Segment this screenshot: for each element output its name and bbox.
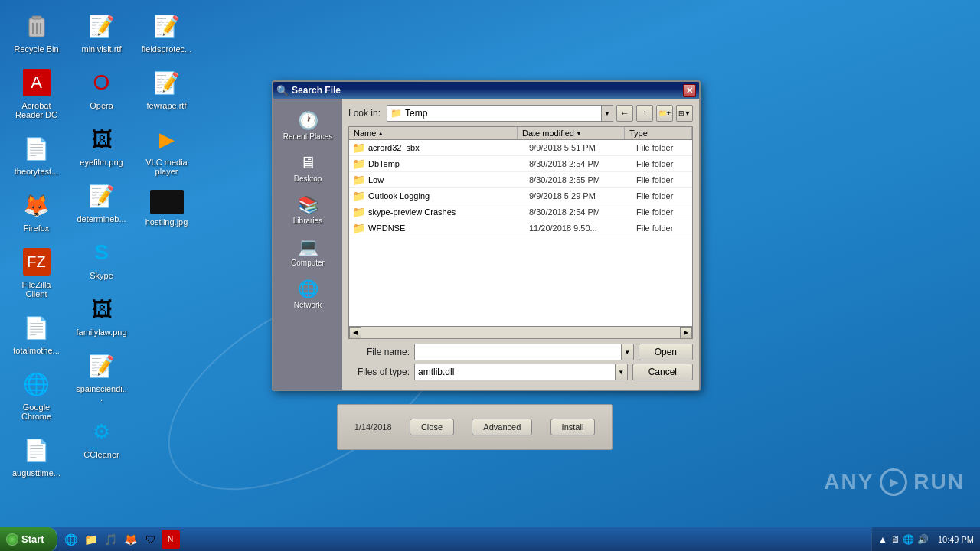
- filename-text-input[interactable]: [418, 347, 618, 357]
- desktop-icon-eyefilm[interactable]: 🖼 eyefilm.png: [73, 121, 130, 170]
- folder-icon: 📁: [352, 174, 365, 186]
- open-button[interactable]: Open: [639, 344, 693, 360]
- desktop-icon-firefox[interactable]: 🦊 Firefox: [8, 187, 65, 236]
- scroll-left-button[interactable]: ◀: [349, 327, 361, 339]
- filetype-select-wrap: amtlib.dll ▼: [414, 364, 628, 380]
- eyefilm-label: eyefilm.png: [80, 158, 122, 167]
- file-list-row[interactable]: 📁 Low 8/30/2018 2:55 PM File folder: [349, 172, 692, 188]
- file-list-row[interactable]: 📁 DbTemp 8/30/2018 2:54 PM File folder: [349, 156, 692, 172]
- desktop-icon: 🖥: [299, 153, 316, 173]
- cancel-button[interactable]: Cancel: [632, 364, 693, 380]
- file-name: Outlook Logging: [368, 191, 529, 201]
- desktop-icon-determineb[interactable]: 📝 determineb...: [73, 178, 130, 227]
- dialog-title-icon: 🔍: [276, 85, 289, 96]
- install-button[interactable]: Install: [550, 419, 596, 435]
- desktop-icon-fewrape[interactable]: 📝 fewrape.rtf: [138, 64, 195, 113]
- vlc-label: VLC media player: [141, 158, 192, 176]
- close-behind-button[interactable]: Close: [410, 419, 454, 435]
- scroll-right-button[interactable]: ▶: [680, 327, 692, 339]
- filename-dropdown-arrow[interactable]: ▼: [622, 344, 634, 360]
- dialog-file-area: Look in: 📁 Temp ▼ ← ↑ 📁+ ⊞▼: [342, 99, 699, 390]
- dialog-close-button[interactable]: ✕: [683, 84, 696, 97]
- folder-icon: 📁: [352, 206, 365, 218]
- file-name: WPDNSE: [368, 223, 529, 233]
- tray-monitor-icon[interactable]: 🖥: [890, 534, 900, 545]
- desktop-icon-minivisit[interactable]: 📝 minivisit.rtf: [73, 8, 130, 57]
- tray-network-icon[interactable]: 🌐: [903, 534, 914, 545]
- col-header-name[interactable]: Name ▲: [349, 127, 518, 139]
- desktop-icon-recycle-bin[interactable]: Recycle Bin: [8, 8, 65, 57]
- file-list-row[interactable]: 📁 skype-preview Crashes 8/30/2018 2:54 P…: [349, 204, 692, 220]
- col-header-type[interactable]: Type: [625, 127, 692, 139]
- desktop-icon-augusttime[interactable]: 📄 augusttime...: [8, 432, 65, 481]
- col-header-date[interactable]: Date modified ▼: [518, 127, 625, 139]
- advanced-button[interactable]: Advanced: [472, 419, 532, 435]
- file-list-row[interactable]: 📁 acrord32_sbx 9/9/2018 5:51 PM File fol…: [349, 140, 692, 156]
- filetype-select[interactable]: amtlib.dll: [414, 364, 616, 380]
- nav-back-button[interactable]: ←: [616, 105, 633, 122]
- ccleaner-label: CCleaner: [83, 450, 119, 459]
- file-date: 8/30/2018 2:54 PM: [529, 159, 636, 168]
- desktop-icon-vlc[interactable]: ▶ VLC media player: [138, 121, 195, 179]
- file-list-header: Name ▲ Date modified ▼ Type: [348, 126, 693, 139]
- anyrun-text2: RUN: [913, 470, 965, 494]
- taskbar-shield-icon[interactable]: 🛡: [142, 530, 160, 549]
- desktop-icon-hostiing[interactable]: hostiing.jpg: [138, 187, 195, 230]
- sidebar-item-desktop[interactable]: 🖥 Desktop: [276, 148, 339, 187]
- nav-view-button[interactable]: ⊞▼: [676, 105, 693, 122]
- tray-volume-icon[interactable]: 🔊: [917, 534, 929, 545]
- desktop-icon-opera[interactable]: O Opera: [73, 64, 130, 113]
- filetype-dropdown-arrow[interactable]: ▼: [616, 364, 628, 380]
- scroll-track[interactable]: [361, 327, 680, 338]
- desktop-icon-fieldsprotec[interactable]: 📝 fieldsprotec...: [138, 8, 195, 57]
- desktop-icon-theory[interactable]: 📄 theorytest...: [8, 130, 65, 179]
- file-list-row[interactable]: 📁 Outlook Logging 9/9/2018 5:29 PM File …: [349, 188, 692, 204]
- svg-rect-1: [32, 16, 41, 19]
- lookin-dropdown-arrow[interactable]: ▼: [601, 106, 612, 121]
- taskbar-norton-icon[interactable]: N: [162, 530, 180, 549]
- familylaw-label: familylaw.png: [76, 328, 126, 337]
- search-file-dialog: 🔍 Search File ✕ 🕐 Recent Places 🖥 Deskto…: [272, 80, 701, 391]
- filezilla-label: FileZilla Client: [11, 280, 62, 298]
- sidebar-item-recent-places[interactable]: 🕐 Recent Places: [276, 106, 339, 145]
- taskbar-browser-icon[interactable]: 🦊: [122, 530, 140, 549]
- filename-input[interactable]: [414, 344, 622, 360]
- temp-folder-icon: 📁: [390, 108, 402, 119]
- augusttime-label: augusttime...: [12, 468, 60, 478]
- tray-arrow-icon[interactable]: ▲: [878, 534, 887, 545]
- file-name: DbTemp: [368, 159, 529, 168]
- folder-icon: 📁: [352, 222, 365, 234]
- sidebar-item-network[interactable]: 🌐 Network: [276, 275, 339, 314]
- nav-new-folder-button[interactable]: 📁+: [656, 105, 673, 122]
- desktop-icon-skype[interactable]: S Skype: [73, 234, 130, 283]
- start-button[interactable]: Start: [0, 527, 57, 552]
- horizontal-scrollbar[interactable]: ◀ ▶: [348, 327, 693, 339]
- lookin-select[interactable]: 📁 Temp ▼: [387, 105, 613, 122]
- desktop-icon-familylaw[interactable]: 🖼 familylaw.png: [73, 291, 130, 340]
- taskbar-quick-launch: 🌐 📁 🎵 🦊 🛡 N: [57, 530, 185, 549]
- taskbar-ie-icon[interactable]: 🌐: [62, 530, 80, 549]
- file-list-row[interactable]: 📁 WPDNSE 11/20/2018 9:50... File folder: [349, 220, 692, 236]
- folder-icon: 📁: [352, 190, 365, 202]
- desktop-sidebar-label: Desktop: [294, 174, 322, 183]
- desktop-icon-chrome[interactable]: 🌐 Google Chrome: [8, 366, 65, 424]
- desktop-icon-filezilla[interactable]: FZ FileZilla Client: [8, 243, 65, 302]
- desktop-icon-acrobat[interactable]: A Acrobat Reader DC: [8, 64, 65, 122]
- sidebar-item-computer[interactable]: 💻 Computer: [276, 233, 339, 272]
- libraries-label: Libraries: [293, 217, 322, 225]
- desktop-icon-ccleaner[interactable]: ⚙ CCleaner: [73, 413, 130, 462]
- taskbar-folder-icon[interactable]: 📁: [82, 530, 100, 549]
- libraries-icon: 📚: [298, 195, 318, 215]
- acrobat-icon: A: [23, 69, 51, 96]
- sidebar-item-libraries[interactable]: 📚 Libraries: [276, 191, 339, 230]
- desktop-icon-spainsciendi[interactable]: 📝 spainsciendi...: [73, 347, 130, 406]
- file-type: File folder: [636, 191, 689, 201]
- lookin-label: Look in:: [348, 108, 381, 119]
- nav-up-button[interactable]: ↑: [636, 105, 653, 122]
- file-date: 11/20/2018 9:50...: [529, 223, 636, 233]
- file-date: 8/30/2018 2:54 PM: [529, 207, 636, 217]
- firefox-label: Firefox: [24, 223, 50, 233]
- taskbar-media-icon[interactable]: 🎵: [102, 530, 120, 549]
- desktop-icon-totalmother[interactable]: 📄 totalmothe...: [8, 309, 65, 358]
- dialog-titlebar: 🔍 Search File ✕: [273, 82, 699, 99]
